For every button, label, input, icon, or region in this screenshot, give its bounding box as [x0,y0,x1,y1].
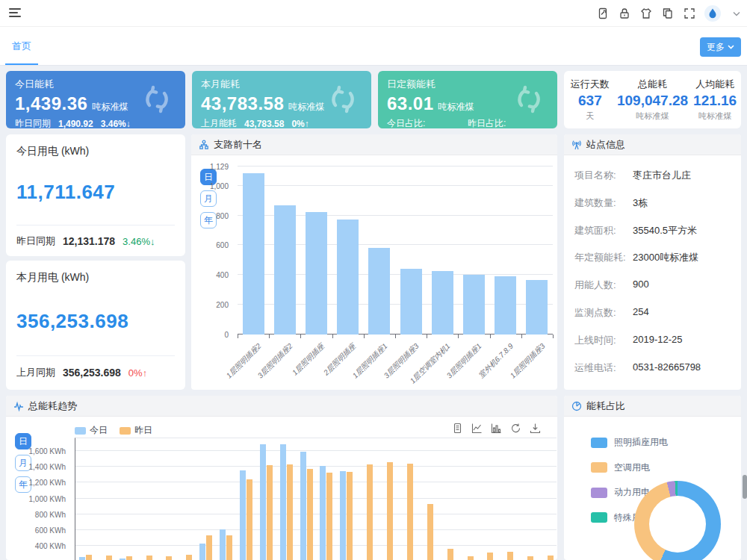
gridline [75,450,557,451]
copy-icon[interactable] [661,7,674,20]
pie-legend-swatch [591,462,607,473]
scrollbar-thumb[interactable] [743,475,747,499]
kpi-delta: 0%↑ [291,119,309,129]
stats-card: 运行天数637天 总能耗109,047.28吨标准煤 人均能耗121.16吨标准… [564,71,741,128]
x-axis-tick [395,335,396,338]
kpi-unit: 吨标准煤 [288,101,324,113]
pie-legend-item-照明插座用电[interactable]: 照明插座用电 [591,436,668,449]
usage-delta: 3.46%↓ [123,236,155,247]
site-row-label: 上线时间: [574,334,633,347]
site-row-label: 项目名称: [574,169,633,182]
trend-bar-昨日 [226,535,232,560]
trend-bar-今日 [199,544,205,560]
pie-legend-label: 照明插座用电 [614,436,668,449]
y-tick-label: 1,400 KWh [29,463,66,471]
site-info-row: 建筑面积:35540.5平方米 [574,224,734,237]
pie-legend-swatch [591,512,607,523]
legend-swatch [120,427,131,435]
pie-legend-item-空调用电[interactable]: 空调用电 [591,461,650,474]
kpi-ratio-yesterday: 昨日占比: 2,366.03% [468,117,545,128]
pie-panel-title: 能耗占比 [586,399,625,413]
kpi-sub-label: 昨日同期 [15,117,51,128]
branch-bar [495,276,516,335]
antenna-icon [571,140,582,150]
energy-ratio-panel: 能耗占比 照明插座用电空调用电动力用电特殊用电 [564,396,741,560]
site-row-label: 监测点数: [574,306,633,320]
site-row-label: 建筑数量: [574,196,633,210]
kpi-ratio-today: 今日占比: 2,284.2% [387,117,460,128]
more-button[interactable]: 更多 [700,37,741,57]
device-tool-icon[interactable] [596,7,609,20]
kpi-card-month-energy: 本月能耗 43,783.58吨标准煤 上月能耗43,783.580%↑ [192,71,371,128]
trend-panel-header: 总能耗趋势 [6,396,557,417]
site-info-row: 年定额能耗:23000吨标准煤 [574,251,734,264]
download-icon[interactable] [530,423,541,434]
pie-legend-swatch [591,488,607,498]
bar-chart-icon[interactable] [491,423,502,434]
site-row-value: 23000吨标准煤 [633,251,698,264]
y-tick-label: 400 KWh [35,542,66,550]
y-tick-label: 600 [216,241,229,249]
trend-bar-昨日 [146,556,152,560]
site-row-value: 254 [633,306,649,320]
tab-home[interactable]: 首页 [12,28,31,65]
site-row-value: 35540.5平方米 [633,224,697,237]
kpi-value: 1,439.36 [15,93,87,114]
user-menu-chevron-icon[interactable] [730,7,743,20]
x-axis-tick [269,335,270,338]
trend-bar-昨日 [407,464,413,560]
pie-legend-label: 空调用电 [614,461,650,474]
gridline [238,166,553,167]
x-category-label: 3层照明插座2 [255,341,295,381]
trend-bar-昨日 [166,556,172,560]
lock-icon[interactable] [618,7,630,20]
trend-bar-昨日 [527,556,533,560]
topbar-icons [596,0,743,27]
fullscreen-icon[interactable] [683,7,695,20]
legend-item-今日[interactable]: 今日 [75,424,108,437]
refresh-icon[interactable] [510,423,521,434]
usage-value: 356,253.698 [16,310,175,333]
trend-bar-昨日 [247,479,252,560]
site-row-label: 用能人数: [574,279,633,292]
trend-bar-今日 [320,466,326,560]
x-category-label: 室外机6.7.8.9 [477,341,516,381]
trend-bar-今日 [340,471,346,560]
donut-hole [649,496,706,553]
stat-running-days: 运行天数637天 [564,78,616,122]
pie-legend-item-动力用电[interactable]: 动力用电 [591,486,650,499]
kpi-card-daily-quota-energy: 日定额能耗 63.01吨标准煤 今日占比: 2,284.2% 昨日占比: 2,3… [378,71,557,128]
pie-icon [571,401,582,411]
usage-title: 今日用电 (kWh) [16,145,175,158]
trend-legend: 今日昨日 [75,424,152,437]
x-axis-tick [332,335,333,338]
branch-bar [526,280,548,335]
site-panel-title: 站点信息 [586,138,625,152]
line-chart-icon[interactable] [471,423,483,434]
branch-top10-panel: 支路前十名 日月年 02004006008001,0001,129 1层照明插座… [191,134,557,390]
legend-item-昨日[interactable]: 昨日 [120,424,152,437]
theme-skin-icon[interactable] [639,7,652,20]
menu-icon[interactable] [9,8,21,19]
x-category-label: 1层照明插座 [290,341,326,378]
avatar[interactable] [704,5,721,22]
x-axis-tick [521,335,522,338]
data-view-icon[interactable] [452,423,463,434]
branch-icon [199,140,209,150]
y-tick-label: 1,000 [210,182,229,190]
trend-bar-昨日 [307,469,313,560]
gridline [75,498,557,499]
legend-swatch [75,427,86,435]
kpi-delta: 3.46%↓ [101,119,131,129]
x-category-label: 3层照明插座1 [444,341,484,381]
branch-chart-plot [238,167,553,335]
trend-bar-昨日 [387,462,393,560]
usage-title: 本月用电 (kWh) [16,271,175,284]
stat-per-capita-energy: 人均能耗121.16吨标准煤 [689,78,741,122]
trend-bar-今日 [79,557,85,560]
legend-label: 今日 [90,424,108,437]
trend-bar-今日 [280,444,286,560]
trend-bar-昨日 [126,556,132,560]
kpi-sub-value: 43,783.58 [244,119,284,129]
site-row-value: 2019-12-25 [633,334,683,347]
